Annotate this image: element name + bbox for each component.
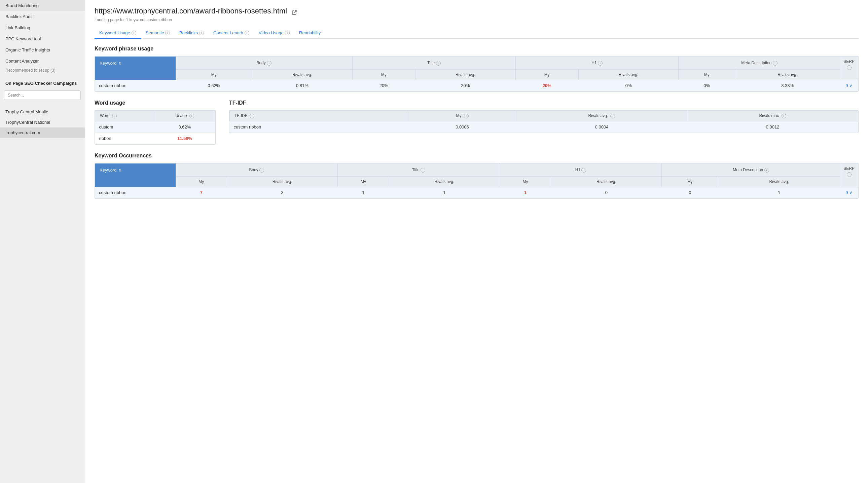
campaign-trophycentral-com[interactable]: trophycentral.com [0, 127, 85, 138]
keyword-occurrences-table-wrapper: Keyword ⇅ Body i Title i H1 i Meta Descr… [95, 163, 859, 199]
occ-body-my: My [176, 176, 227, 187]
keyword-col-header: Keyword ⇅ [95, 57, 176, 70]
occ-serp-info[interactable]: i [847, 172, 851, 177]
occ-body-rivals-cell: 3 [227, 187, 338, 198]
body-info-icon[interactable]: i [267, 61, 272, 66]
page-subtitle: Landing page for 1 keyword: custom ribbo… [95, 18, 859, 22]
meta-my-subheader: My [679, 70, 735, 80]
semantic-info-icon[interactable]: i [165, 31, 170, 35]
tab-content-length[interactable]: Content Length i [209, 28, 254, 39]
sidebar-item-ppc-keyword[interactable]: PPC Keyword tool [0, 33, 85, 44]
backlinks-info-icon[interactable]: i [199, 31, 204, 35]
sidebar-search-input[interactable] [4, 91, 81, 100]
occ-body-info[interactable]: i [259, 168, 264, 172]
tfidf-wrapper: TF-IDF TF-IDF i My i Rivals avg. i [229, 100, 859, 133]
word-usage-title: Word usage [95, 100, 216, 106]
title-rivals-cell: 20% [415, 80, 516, 92]
keyword-usage-info-icon[interactable]: i [131, 31, 136, 35]
h1-info-icon[interactable]: i [598, 61, 602, 66]
occ-meta-info[interactable]: i [764, 168, 769, 172]
sidebar-item-content-analyzer[interactable]: Content Analyzer [0, 56, 85, 67]
tab-backlinks[interactable]: Backlinks i [175, 28, 209, 39]
keyword-phrase-table-wrapper: Keyword ⇅ Body i Title i H1 i Meta Descr… [95, 56, 859, 92]
video-usage-info-icon[interactable]: i [285, 31, 290, 35]
occ-title-my-cell: 1 [338, 187, 389, 198]
sort-icon[interactable]: ⇅ [119, 61, 122, 66]
sidebar-item-organic-traffic[interactable]: Organic Traffic Insights [0, 44, 85, 56]
occ-h1-rivals-cell: 0 [551, 187, 662, 198]
occ-title-rivals: Rivals avg. [389, 176, 500, 187]
word-usage-table-wrapper: Word i Usage i custom 3.62% [95, 110, 216, 144]
occ-serp-header: SERPi [840, 163, 858, 187]
occ-body-my-cell: 7 [176, 187, 227, 198]
occ-h1-info[interactable]: i [581, 168, 586, 172]
body-my-cell: 0.62% [176, 80, 252, 92]
tfidf-rivals-max-header: Rivals max i [687, 111, 858, 121]
sidebar: Brand Monitoring Backlink Audit Link Bui… [0, 0, 85, 483]
word-usage-wrapper: Word usage Word i Usage i [95, 100, 216, 144]
tab-readability[interactable]: Readability [294, 28, 326, 39]
tfidf-rivals-avg-info-icon[interactable]: i [610, 114, 615, 119]
occ-body-group: Body i [176, 163, 338, 176]
tab-video-usage[interactable]: Video Usage i [254, 28, 294, 39]
table-row: ribbon 11.58% [95, 133, 215, 144]
title-rivals-subheader: Rivals avg. [415, 70, 516, 80]
word-cell: custom [95, 121, 154, 133]
tfidf-info-icon[interactable]: i [250, 114, 254, 119]
sidebar-item-link-building[interactable]: Link Building [0, 22, 85, 33]
sidebar-item-brand-monitoring[interactable]: Brand Monitoring [0, 0, 85, 11]
content-length-info-icon[interactable]: i [245, 31, 249, 35]
usage-cell-red: 11.58% [154, 133, 215, 144]
sidebar-recommended: Recommended to set up (3) [0, 67, 85, 76]
sidebar-section-title: On Page SEO Checker Campaigns [0, 76, 85, 88]
keyword-occurrences-table: Keyword ⇅ Body i Title i H1 i Meta Descr… [95, 163, 858, 198]
occ-serp-cell[interactable]: 9 ∨ [840, 187, 858, 198]
occ-body-rivals: Rivals avg. [227, 176, 338, 187]
title-group-header: Title i [352, 57, 516, 70]
body-rivals-subheader: Rivals avg. [252, 70, 352, 80]
occ-meta-rivals-cell: 1 [718, 187, 840, 198]
word-usage-table: Word i Usage i custom 3.62% [95, 110, 215, 144]
keyword-phrase-table: Keyword ⇅ Body i Title i H1 i Meta Descr… [95, 56, 858, 92]
keyword-cell: custom ribbon [95, 80, 176, 92]
h1-rivals-cell: 0% [578, 80, 679, 92]
title-info-icon[interactable]: i [436, 61, 441, 66]
table-row: custom ribbon 7 3 1 1 1 0 0 1 9 ∨ [95, 187, 858, 198]
tfidf-my-info-icon[interactable]: i [464, 114, 469, 119]
table-row: custom ribbon 0.0006 0.0004 0.0012 [230, 121, 858, 133]
tab-semantic[interactable]: Semantic i [141, 28, 175, 39]
word-info-icon[interactable]: i [112, 114, 117, 119]
title-my-subheader: My [352, 70, 415, 80]
page-url: https://www.trophycentral.com/award-ribb… [95, 7, 859, 15]
usage-info-icon[interactable]: i [189, 114, 194, 119]
serp-cell[interactable]: 9 ∨ [840, 80, 858, 92]
word-cell: ribbon [95, 133, 154, 144]
occ-meta-group: Meta Description i [662, 163, 840, 176]
occ-title-info[interactable]: i [421, 168, 425, 172]
tabs-bar: Keyword Usage i Semantic i Backlinks i C… [95, 28, 859, 39]
campaign-trophycentral-national[interactable]: TrophyCentral National [0, 117, 85, 127]
occ-meta-my: My [662, 176, 718, 187]
serp-info-icon[interactable]: i [847, 65, 851, 70]
meta-rivals-subheader: Rivals avg. [735, 70, 840, 80]
occ-h1-my: My [500, 176, 551, 187]
sidebar-item-backlink-audit[interactable]: Backlink Audit [0, 11, 85, 22]
occ-title-group: Title i [338, 163, 500, 176]
occ-h1-my-cell: 1 [500, 187, 551, 198]
word-col-header: Word i [95, 111, 154, 121]
tfidf-rivals-avg-header: Rivals avg. i [516, 111, 687, 121]
meta-info-icon[interactable]: i [773, 61, 777, 66]
campaign-trophy-mobile[interactable]: Trophy Central Mobile [0, 107, 85, 117]
occ-h1-group: H1 i [500, 163, 662, 176]
word-tfidf-section: Word usage Word i Usage i [95, 100, 859, 144]
title-my-cell: 20% [352, 80, 415, 92]
tab-keyword-usage[interactable]: Keyword Usage i [95, 28, 141, 39]
keyword-phrase-section-title: Keyword phrase usage [95, 46, 859, 52]
meta-group-header: Meta Description i [679, 57, 840, 70]
occ-sort-icon[interactable]: ⇅ [119, 168, 122, 172]
table-row: custom ribbon 0.62% 0.81% 20% 20% 20% 0%… [95, 80, 858, 92]
external-link-icon[interactable] [292, 8, 297, 14]
body-group-header: Body i [176, 57, 352, 70]
tfidf-my-cell: 0.0006 [408, 121, 517, 133]
tfidf-rivals-max-info-icon[interactable]: i [781, 114, 786, 119]
